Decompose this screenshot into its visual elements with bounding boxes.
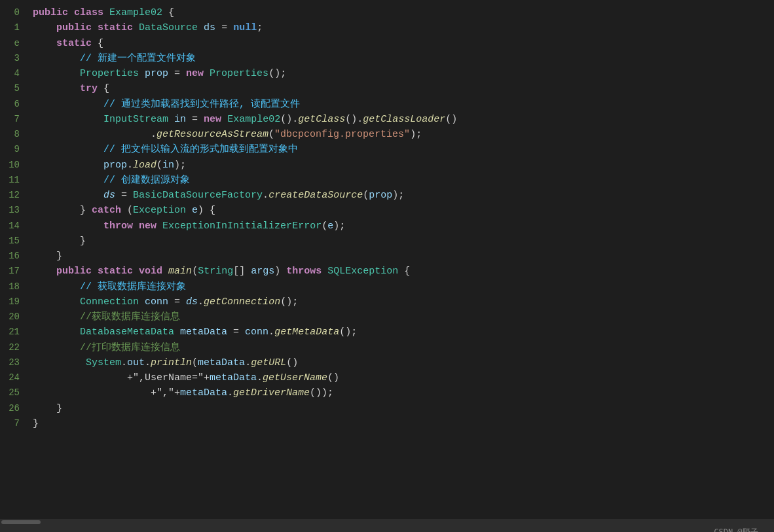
code-token: String [198, 266, 233, 277]
code-token [186, 205, 192, 216]
line-number: 15 [0, 234, 20, 249]
line-content: } catch (Exception e) { [33, 203, 767, 218]
line-content: +",UserName="+metaData.getUserName() [33, 370, 767, 385]
status-bar: CSDN @野子.. [0, 525, 774, 532]
code-token: BasicDataSourceFactory [133, 190, 263, 201]
code-token: = [186, 114, 204, 125]
code-token: ( [363, 190, 369, 201]
code-token: ) { [198, 205, 215, 216]
code-token: public [56, 266, 92, 277]
code-token: null [233, 22, 257, 33]
code-token: args [251, 266, 274, 277]
code-token: createDataSource [268, 190, 363, 201]
code-token: } [33, 418, 39, 429]
code-token: } [33, 236, 86, 247]
line-content: throw new ExceptionInInitializerError(e)… [33, 219, 767, 234]
code-token: = [115, 190, 133, 201]
table-row: 19 Connection conn = ds.getConnection(); [0, 294, 774, 310]
line-number: 4 [0, 67, 20, 81]
code-token: } [33, 251, 62, 262]
code-token: //获取数据库连接信息 [80, 311, 180, 323]
table-row: 17 public static void main(String[] args… [0, 264, 774, 279]
code-token: throw [103, 221, 133, 232]
code-token: prop [103, 160, 127, 171]
table-row: 26 } [0, 401, 774, 416]
code-token: ; [257, 22, 263, 33]
code-token [204, 68, 210, 79]
code-token [33, 357, 86, 368]
code-token [139, 296, 145, 308]
line-content: Connection conn = ds.getConnection(); [33, 294, 767, 310]
code-token: { [398, 266, 410, 277]
code-token: . [145, 357, 151, 368]
scrollbar-thumb[interactable] [1, 520, 41, 524]
line-number: 17 [0, 264, 20, 279]
table-row: 5 try { [0, 81, 774, 96]
code-token [133, 266, 139, 277]
line-number: 5 [0, 82, 20, 96]
code-token: Properties [210, 68, 268, 79]
code-token: = [215, 22, 233, 33]
code-token [33, 190, 103, 201]
code-token: metaData [198, 357, 245, 368]
table-row: 21 DatabaseMetaData metaData = conn.getM… [0, 325, 774, 340]
code-token [33, 68, 80, 79]
code-token [198, 22, 204, 33]
code-token: } [33, 205, 92, 216]
code-token: (). [280, 114, 298, 125]
code-token: metaData [180, 387, 227, 399]
code-token: throws [286, 266, 322, 277]
code-token: ds [186, 296, 198, 308]
horizontal-scrollbar[interactable] [0, 519, 774, 525]
table-row: 7 InputStream in = new Example02().getCl… [0, 112, 774, 127]
code-token [103, 7, 109, 18]
code-token [33, 175, 103, 186]
code-token [221, 114, 227, 125]
table-row: 10 prop.load(in); [0, 158, 774, 173]
code-token: ( [322, 221, 327, 232]
line-number: 6 [0, 98, 20, 112]
line-number: 12 [0, 188, 20, 203]
code-token: new [186, 68, 204, 79]
code-token [33, 296, 80, 308]
line-number: 8 [0, 128, 20, 142]
code-token: ); [392, 190, 404, 201]
code-token: prop [145, 68, 168, 79]
code-token: new [139, 221, 157, 232]
line-content: } [33, 401, 767, 416]
line-content: public class Example02 { [33, 5, 767, 20]
code-token: (); [268, 68, 286, 79]
code-token: ( [192, 357, 198, 368]
code-token: [] [233, 266, 251, 277]
code-token: class [74, 7, 103, 18]
line-content: static { [33, 36, 767, 51]
code-token: ); [333, 221, 345, 232]
line-number: 7 [0, 113, 20, 127]
line-number: 22 [0, 341, 20, 355]
code-token [33, 327, 80, 338]
code-token [33, 281, 80, 293]
code-token [139, 68, 145, 79]
line-number: 19 [0, 295, 20, 310]
code-token: getConnection [204, 296, 280, 308]
code-token: DataSource [139, 22, 198, 33]
code-token: // 获取数据库连接对象 [80, 281, 186, 293]
code-token: () [286, 357, 298, 368]
code-token: // 新建一个配置文件对象 [80, 53, 196, 64]
code-token: void [139, 266, 162, 277]
table-row: 1 public static DataSource ds = null; [0, 20, 774, 35]
line-content: DatabaseMetaData metaData = conn.getMeta… [33, 325, 767, 340]
table-row: 12 ds = BasicDataSourceFactory.createDat… [0, 188, 774, 203]
code-token: +","+ [33, 387, 180, 399]
line-number: 0 [0, 6, 20, 20]
code-token: (). [345, 114, 363, 125]
line-content: // 把文件以输入流的形式加载到配置对象中 [33, 142, 767, 157]
code-token: = [168, 68, 186, 79]
code-token [174, 327, 180, 338]
code-token [168, 114, 174, 125]
code-token [92, 22, 98, 33]
code-token: static [56, 38, 92, 49]
code-token: . [268, 327, 274, 338]
code-token: . [245, 357, 251, 368]
code-token [33, 114, 103, 125]
